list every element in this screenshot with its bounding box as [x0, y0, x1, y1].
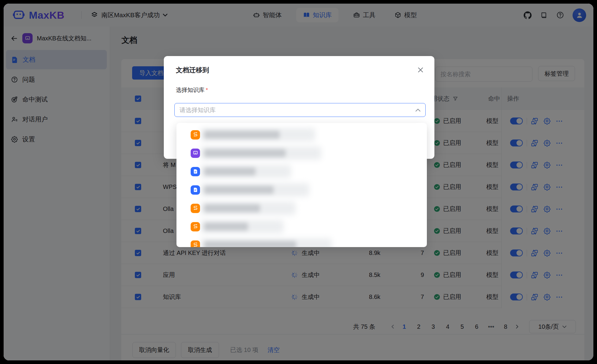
sync-tile-icon — [191, 204, 200, 213]
close-icon[interactable] — [417, 66, 424, 74]
dropdown-option[interactable] — [176, 126, 427, 144]
blurred-option-text — [204, 168, 256, 175]
blurred-option-text — [204, 131, 280, 139]
sync-tile-icon — [191, 222, 200, 231]
dropdown-option[interactable] — [176, 162, 427, 180]
docfile-tile-icon — [191, 185, 200, 195]
blurred-option-text — [204, 241, 296, 247]
blurred-option-text — [204, 149, 286, 157]
dropdown-option[interactable] — [176, 199, 427, 217]
dropdown-option[interactable] — [176, 236, 427, 247]
blurred-option-text — [204, 223, 248, 231]
dropdown-option[interactable] — [176, 218, 427, 236]
field-label: 选择知识库* — [176, 86, 208, 94]
blurred-option-text — [204, 186, 274, 194]
dropdown-option[interactable] — [176, 144, 427, 162]
knowledge-base-dropdown — [176, 123, 427, 247]
sync-tile-icon — [191, 130, 200, 140]
chevron-up-icon — [415, 108, 421, 112]
monitor-tile-icon — [191, 149, 200, 158]
docfile-tile-icon — [191, 167, 200, 176]
blurred-option-text — [204, 204, 260, 212]
dialog-title: 文档迁移到 — [176, 66, 209, 75]
required-mark: * — [206, 87, 208, 93]
sync-tile-icon — [191, 240, 200, 247]
screenshot-stage: MaxKB 南区MaxKB客户成功 智能体 知识库 工具 — [0, 0, 597, 364]
app-window: MaxKB 南区MaxKB客户成功 智能体 知识库 工具 — [4, 4, 593, 360]
knowledge-base-select[interactable]: 请选择知识库 — [174, 103, 426, 117]
select-placeholder: 请选择知识库 — [179, 106, 415, 114]
dropdown-option[interactable] — [176, 181, 427, 199]
